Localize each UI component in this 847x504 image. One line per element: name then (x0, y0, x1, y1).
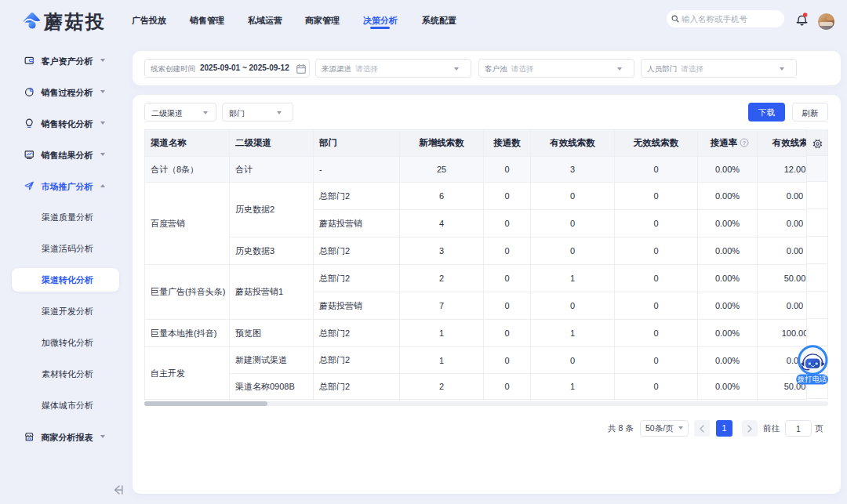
svg-text:?: ? (743, 140, 747, 147)
svg-text:拨打电话: 拨打电话 (798, 375, 827, 383)
